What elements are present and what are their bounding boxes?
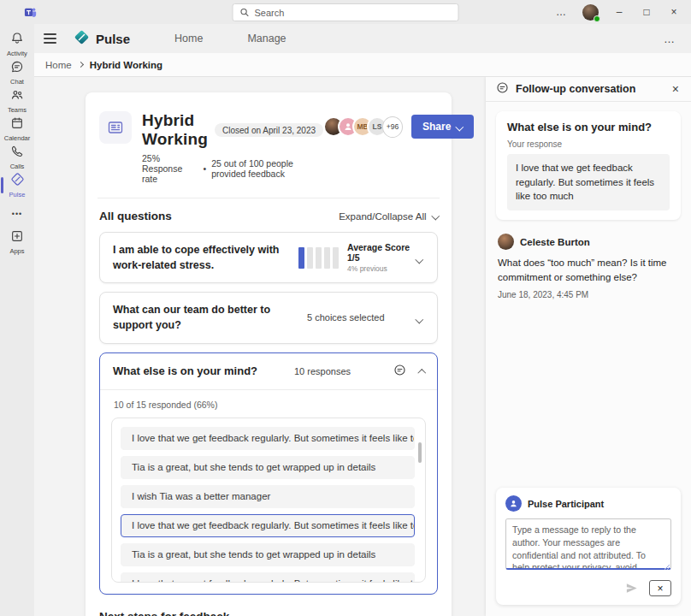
rail-label: Apps [9, 247, 24, 255]
rail-item-pulse[interactable]: Pulse [0, 171, 34, 199]
rail-label: Activity [7, 50, 27, 57]
rail-label: Pulse [9, 191, 26, 198]
expand-collapse-label: Expand/Collapse All [339, 211, 426, 222]
avatar [498, 234, 514, 250]
response-item[interactable]: I wish Tia was a better manager [121, 485, 415, 508]
rail-item-more[interactable]: ••• [0, 199, 34, 228]
rail-item-calendar[interactable]: Calendar [0, 115, 34, 143]
rail-item-teams[interactable]: Teams [0, 86, 34, 115]
feedback-bubble-icon[interactable] [393, 364, 406, 380]
user-avatar[interactable] [582, 4, 599, 21]
teams-window: … – □ × Activity Chat Teams Calendar [0, 0, 691, 616]
content-area: Hybrid Working Closed on April 23, 2023 … [34, 77, 691, 616]
chevron-up-icon[interactable] [417, 369, 425, 376]
response-rate: 25% Response rate [142, 153, 198, 184]
app-title: Pulse [96, 32, 130, 46]
dot-separator: • [203, 163, 206, 174]
rail-item-chat[interactable]: Chat [0, 58, 34, 86]
titlebar-more-button[interactable]: … [549, 6, 574, 18]
share-button-label: Share [422, 121, 451, 133]
resize-handle[interactable] [664, 564, 670, 570]
titlebar: … – □ × [0, 0, 691, 24]
dismiss-button[interactable]: × [649, 580, 671, 596]
message-timestamp: June 18, 2023, 4:45 PM [498, 290, 679, 299]
question-card-stress[interactable]: I am able to cope effectively with work-… [99, 232, 438, 283]
question-text: What can our team do better to support y… [113, 302, 307, 333]
send-button[interactable] [620, 580, 642, 596]
reply-card: Pulse Participant × [496, 488, 681, 605]
reply-input[interactable] [505, 518, 671, 570]
teams-logo-icon [24, 6, 37, 19]
titlebar-controls: … – □ × [549, 0, 686, 24]
your-response-card: What else is on your mind? Your response… [496, 111, 681, 220]
calendar-icon [10, 116, 24, 133]
survey-card: Hybrid Working Closed on April 23, 2023 … [86, 92, 452, 616]
search-bar[interactable] [233, 3, 459, 21]
search-input[interactable] [255, 8, 452, 18]
conversation-bubble-icon [496, 81, 509, 98]
search-icon [240, 5, 250, 21]
tab-home[interactable]: Home [174, 33, 203, 44]
panel-question: What else is on your mind? [507, 121, 670, 133]
survey-title-block: Hybrid Working Closed on April 23, 2023 … [142, 111, 323, 184]
breadcrumb-home-link[interactable]: Home [45, 60, 72, 70]
feedback-count: 25 out of 100 people provided feedback [211, 158, 323, 179]
responses-list: I love that we get feedback regularly. B… [111, 418, 426, 583]
tab-manage[interactable]: Manage [247, 33, 286, 44]
panel-close-icon[interactable]: × [670, 82, 681, 96]
avatar-overflow-count: +96 [382, 116, 403, 138]
app-header: Pulse Home Manage … [34, 24, 691, 53]
pulse-icon [10, 172, 25, 190]
scrollbar-thumb[interactable] [418, 442, 422, 463]
question-body: 10 of 15 responded (66%) I love that we … [100, 390, 437, 594]
response-item[interactable]: I love that we get feedback regularly. B… [121, 572, 415, 583]
score-block: Average Score 1/5 4% previous [347, 242, 416, 273]
close-button[interactable]: × [662, 0, 686, 24]
expand-collapse-all-button[interactable]: Expand/Collapse All [339, 211, 438, 222]
question-card-support[interactable]: What can our team do better to support y… [99, 292, 438, 343]
chat-icon [10, 60, 24, 77]
question-text: I am able to cope effectively with work-… [113, 242, 294, 273]
share-button[interactable]: Share [411, 115, 474, 139]
responded-count: 10 of 15 responded (66%) [114, 400, 426, 410]
response-item[interactable]: Tia is a great, but she tends to get wra… [121, 456, 415, 479]
rail-item-calls[interactable]: Calls [0, 143, 34, 171]
next-steps-heading: Next steps for feedback [99, 610, 438, 616]
chevron-right-icon [78, 62, 84, 68]
message-author: Celeste Burton [520, 237, 590, 247]
rail-item-apps[interactable]: Apps [0, 228, 34, 256]
panel-title: Follow-up conversation [516, 83, 664, 95]
main-column: Pulse Home Manage … Home Hybrid Working [34, 24, 691, 616]
breadcrumb: Home Hybrid Working [34, 53, 691, 77]
chevron-down-icon[interactable] [416, 250, 425, 265]
app-header-more-button[interactable]: … [664, 33, 676, 45]
divider [97, 198, 440, 198]
response-item[interactable]: I love that we get feedback regularly. B… [121, 427, 415, 450]
pulse-participant-avatar-icon [505, 495, 522, 512]
question-card-open-mind: What else is on your mind? 10 responses … [99, 352, 438, 595]
question-meta: 10 responses [294, 366, 351, 376]
rail-label: Calendar [4, 134, 30, 142]
apps-icon [10, 229, 24, 246]
question-header[interactable]: What else is on your mind? 10 responses [100, 353, 437, 389]
response-item-selected[interactable]: I love that we get feedback regularly. B… [121, 514, 415, 537]
score-bar-chart [298, 247, 339, 269]
survey-header-right: MB LS +96 Share [323, 111, 474, 139]
app-rail: Activity Chat Teams Calendar Calls Pulse [0, 24, 34, 616]
your-response-text: I love that we get feedback regularly. B… [507, 154, 670, 210]
avatar-group[interactable]: MB LS +96 [323, 116, 403, 138]
hamburger-menu-icon[interactable] [34, 33, 65, 43]
all-questions-heading: All questions [99, 210, 172, 222]
minimize-button[interactable]: – [607, 0, 631, 24]
pulse-logo-icon [74, 29, 90, 49]
more-dots-icon: ••• [12, 204, 22, 223]
conversation-message: Celeste Burton What does “too much” mean… [498, 234, 679, 299]
response-item[interactable]: Tia is a great, but she tends to get wra… [121, 543, 415, 566]
rail-label: Calls [10, 163, 25, 170]
maximize-button[interactable]: □ [635, 0, 659, 24]
rail-item-activity[interactable]: Activity [0, 30, 34, 58]
survey-title: Hybrid Working [142, 111, 208, 149]
survey-stats: 25% Response rate • 25 out of 100 people… [142, 153, 323, 184]
your-response-label: Your response [507, 139, 670, 149]
chevron-down-icon[interactable] [416, 310, 425, 325]
